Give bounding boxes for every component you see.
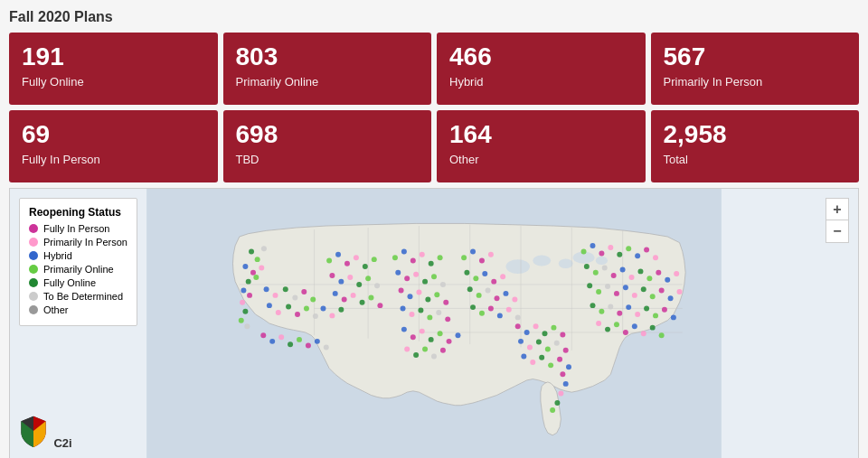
map-dot-131 — [646, 276, 652, 281]
svg-point-1 — [505, 259, 529, 274]
legend-dot-1 — [29, 238, 38, 247]
map-dot-175 — [267, 303, 272, 308]
svg-point-2 — [533, 256, 551, 266]
stat-label-0: Fully Online — [22, 75, 205, 89]
map-dot-142 — [650, 294, 656, 299]
map-dot-59 — [410, 312, 415, 317]
map-dot-135 — [587, 283, 592, 288]
map-dot-140 — [632, 293, 637, 298]
map-dot-13 — [244, 323, 250, 329]
zoom-out-button[interactable]: − — [826, 220, 848, 242]
stat-number-7: 2,958 — [664, 121, 847, 149]
legend-label-4: Fully Online — [43, 277, 96, 288]
map-dot-149 — [617, 311, 622, 316]
map-dot-0 — [249, 249, 254, 255]
map-dot-181 — [321, 305, 326, 311]
map-dot-163 — [659, 332, 665, 338]
map-dot-160 — [632, 323, 637, 329]
map-dot-30 — [347, 275, 353, 280]
map-dot-121 — [635, 253, 640, 258]
map-dot-96 — [515, 314, 521, 320]
map-dot-35 — [342, 297, 347, 303]
map-dot-103 — [518, 339, 524, 344]
stat-number-5: 698 — [236, 121, 420, 149]
map-dot-111 — [539, 355, 544, 360]
map-dot-105 — [536, 340, 542, 345]
map-dot-37 — [360, 300, 365, 305]
map-dot-145 — [677, 289, 683, 294]
legend-item-6: Other — [29, 304, 127, 315]
svg-point-3 — [559, 258, 573, 268]
map-dot-93 — [488, 305, 494, 311]
map-dot-14 — [260, 332, 266, 338]
map-dot-34 — [333, 291, 338, 296]
map-dot-64 — [401, 327, 407, 332]
legend-title: Reopening Status — [29, 206, 127, 219]
legend-dot-4 — [29, 278, 38, 287]
stat-label-7: Total — [664, 153, 847, 166]
map-dot-5 — [259, 265, 264, 270]
stat-card-2: 466 Hybrid — [437, 33, 646, 105]
map-dot-167 — [554, 400, 560, 406]
map-dot-120 — [626, 246, 631, 251]
stat-label-1: Primarily Online — [236, 75, 420, 89]
map-dot-171 — [283, 286, 288, 292]
map-dot-136 — [596, 289, 601, 294]
map-dot-146 — [590, 303, 596, 308]
map-dot-31 — [356, 282, 362, 287]
map-dot-12 — [239, 318, 244, 323]
map-dot-110 — [530, 360, 535, 365]
map-dot-155 — [671, 314, 676, 320]
map-dot-174 — [310, 297, 316, 303]
map-dot-88 — [495, 295, 500, 301]
map-dot-158 — [614, 322, 619, 327]
page-title: Fall 2020 Plans — [9, 9, 859, 25]
map-dot-67 — [429, 337, 434, 342]
legend-label-2: Hybrid — [43, 250, 72, 261]
map-dot-10 — [240, 300, 245, 305]
map-dot-122 — [644, 248, 649, 253]
stat-number-0: 191 — [22, 43, 205, 71]
stat-label-2: Hybrid — [449, 75, 633, 89]
map-dot-148 — [608, 304, 613, 309]
map-dot-84 — [500, 274, 505, 279]
map-dot-112 — [548, 362, 553, 368]
map-dot-132 — [656, 270, 661, 276]
map-dot-77 — [470, 249, 476, 255]
stat-number-6: 164 — [449, 121, 633, 149]
legend-label-6: Other — [43, 304, 69, 315]
map-dot-70 — [456, 332, 461, 338]
map-dot-151 — [635, 312, 640, 317]
map-dot-22 — [326, 257, 332, 263]
logo-text: C2i — [53, 436, 71, 450]
map-dot-126 — [602, 265, 608, 270]
logo-area: C2i — [17, 415, 72, 451]
map-dot-41 — [401, 249, 407, 255]
map-dot-63 — [445, 316, 450, 322]
c2i-logo-icon — [17, 415, 50, 447]
map-dot-169 — [264, 286, 269, 292]
stat-label-6: Other — [449, 153, 633, 166]
map-dot-45 — [438, 255, 443, 260]
legend-dot-0 — [29, 224, 38, 233]
zoom-in-button[interactable]: + — [826, 199, 848, 220]
map-dot-38 — [368, 295, 373, 301]
map-dot-143 — [659, 288, 665, 294]
map-dot-183 — [338, 307, 344, 313]
legend-label-5: To Be Determined — [43, 291, 123, 302]
map-dot-116 — [590, 243, 596, 248]
map-dot-125 — [593, 270, 599, 276]
map-dot-113 — [557, 357, 562, 362]
map-dot-94 — [497, 313, 503, 318]
map-dot-89 — [503, 291, 508, 296]
map-dot-68 — [438, 331, 443, 336]
legend-dot-3 — [29, 265, 38, 274]
map-dot-104 — [527, 345, 533, 351]
map-dot-17 — [288, 341, 293, 347]
stat-card-1: 803 Primarily Online — [223, 33, 432, 105]
legend-item-0: Fully In Person — [29, 223, 127, 234]
map-dot-69 — [447, 339, 452, 344]
map-dot-90 — [512, 297, 517, 303]
map-dot-154 — [662, 307, 667, 313]
map-dot-65 — [410, 334, 416, 340]
